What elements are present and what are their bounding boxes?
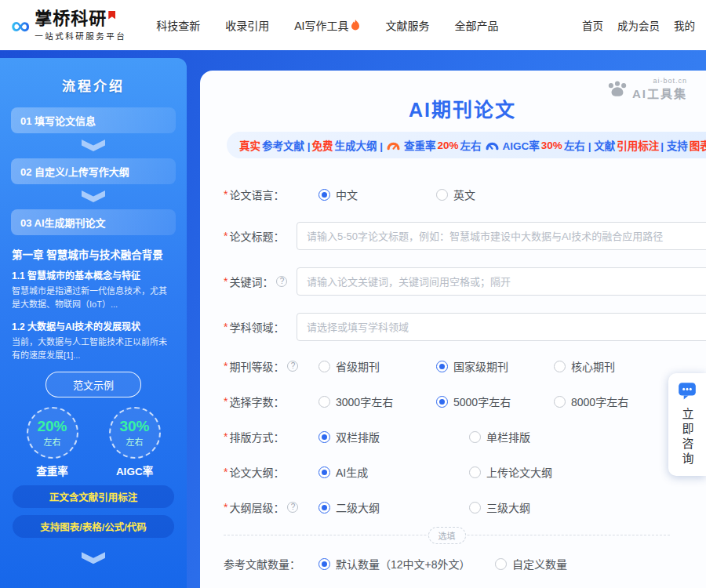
radio-level-2[interactable]: 二级大纲 [318,499,469,515]
feature-strip: 真实参考文献 | 免费生成大纲 | 查重率20%左右 AIGC率30% 左右 |… [227,132,706,158]
infinity-logo-icon: ∞ [11,13,30,37]
radio-national[interactable]: 国家级期刊 [436,358,554,374]
nav-item-all-products[interactable]: 全部产品 [454,17,498,33]
logo-tagline: 一站式科研服务平台 [35,30,126,42]
main-nav: 科技查新 收录引用 AI写作工具 文献服务 全部产品 [156,17,498,33]
form-row-reference-count: 参考文献数量： 默认数量（12中文+8外文） 自定义数量 [224,556,706,572]
radio-icon [554,361,566,372]
nav-item-literature[interactable]: 文献服务 [385,17,429,33]
user-nav: 首页 成为会员 我的 [582,17,695,33]
radio-english[interactable]: 英文 [436,187,554,202]
form-row-language: * 论文语言： 中文 英文 [224,187,706,202]
field-label-layout: * 排版方式： [224,429,297,445]
radio-chinese[interactable]: 中文 [318,187,436,202]
nav-item-home[interactable]: 首页 [582,17,603,33]
process-sidebar: 流程介绍 01 填写论文信息 02 自定义/上传写作大纲 03 AI生成期刊论文… [0,58,187,588]
sample-paper-button[interactable]: 范文示例 [45,372,141,397]
step-3-generate[interactable]: 03 AI生成期刊论文 [11,209,176,235]
radio-icon [318,396,330,408]
aigc-rate-badge: 30% 左右 AIGC率 [109,407,161,478]
page-body: 流程介绍 01 填写论文信息 02 自定义/上传写作大纲 03 AI生成期刊论文… [0,50,706,588]
step-2-outline[interactable]: 02 自定义/上传写作大纲 [11,158,176,184]
radio-one-column[interactable]: 单栏排版 [469,429,620,445]
radio-custom-count[interactable]: 自定义数量 [495,556,567,572]
watermark: ai-bot.cn AI工具集 [607,77,687,101]
radio-icon [436,189,448,201]
optional-divider: 选填 [224,535,670,535]
field-label-word-count: * 选择字数： [224,394,297,409]
form-row-title: * 论文标题： [224,222,706,250]
radio-3000-words[interactable]: 3000字左右 [318,394,436,409]
consult-label: 立即咨询 [679,408,696,467]
form-row-layout: * 排版方式： 双栏排版 单栏排版 [224,429,706,445]
radio-provincial[interactable]: 省级期刊 [318,358,436,374]
nav-item-citation[interactable]: 收录引用 [225,17,269,33]
field-label-reference-count: 参考文献数量： [224,556,297,572]
radio-icon [318,558,330,570]
paper-title-input[interactable] [297,222,706,250]
radio-upload-outline[interactable]: 上传论文大纲 [469,464,620,480]
radio-ai-generate[interactable]: AI生成 [318,464,469,480]
watermark-logo-icon [607,81,628,98]
radio-icon [495,558,507,570]
badge-circle: 20% 左右 [27,407,78,459]
radio-icon [436,396,448,408]
radio-level-3[interactable]: 三级大纲 [469,499,620,515]
nav-item-mine[interactable]: 我的 [674,17,695,33]
down-arrow-icon [82,552,105,564]
chat-bubble-icon [677,380,697,401]
radio-5000-words[interactable]: 5000字左右 [436,394,554,409]
nav-item-ai-writing[interactable]: AI写作工具 [294,17,360,33]
form-row-keywords: * 关键词： ? [224,267,706,296]
radio-icon [318,466,330,478]
radio-icon [469,502,481,514]
logo[interactable]: ∞ 掌桥科研 一站式科研服务平台 [11,9,126,42]
radio-core[interactable]: 核心期刊 [554,358,671,374]
sample-section-2-text: 当前，大数据与人工智能技术正以前所未有的速度发展[1]... [12,336,175,362]
form-row-word-count: * 选择字数： 3000字左右 5000字左右 8000字左右 [224,394,706,409]
down-arrow-icon [82,140,105,151]
nav-item-membership[interactable]: 成为会员 [617,17,660,33]
form-row-subject: * 学科领域： [224,313,706,341]
top-nav: ∞ 掌桥科研 一站式科研服务平台 科技查新 收录引用 AI写作工具 文献服务 全… [0,0,706,50]
paper-form: * 论文语言： 中文 英文 * 论文标题： * [224,187,706,588]
form-row-outline-level: * 大纲层级： ? 二级大纲 三级大纲 [224,499,706,515]
radio-icon [318,361,330,372]
radio-icon [318,502,330,514]
radio-8000-words[interactable]: 8000字左右 [554,394,671,409]
feature-tag-charts: 支持图表/表格/公式/代码 [13,515,174,538]
radio-icon [469,431,481,443]
field-label-outline: * 论文大纲： [224,464,297,480]
badge-circle: 30% 左右 [109,407,161,459]
watermark-name: AI工具集 [632,85,687,101]
nav-item-novelty-check[interactable]: 科技查新 [156,17,200,33]
field-label-outline-level: * 大纲层级： ? [224,499,297,515]
radio-default-count[interactable]: 默认数量（12中文+8外文） [318,556,495,572]
main-card: ai-bot.cn AI工具集 AI期刊论文 真实参考文献 | 免费生成大纲 |… [200,71,706,588]
help-icon[interactable]: ? [276,276,287,287]
field-label-subject: * 学科领域： [224,319,297,335]
step-1-fill-info[interactable]: 01 填写论文信息 [11,107,176,133]
sample-section-1-title: 1.1 智慧城市的基本概念与特征 [12,268,175,281]
duplicate-rate-badge: 20% 左右 查重率 [27,407,78,478]
sidebar-title: 流程介绍 [0,75,187,95]
form-row-journal-level: * 期刊等级： ? 省级期刊 国家级期刊 核心期刊 [224,358,706,374]
flame-icon [351,20,360,31]
radio-icon [436,361,448,372]
radio-icon [554,396,566,408]
subject-input[interactable] [297,313,706,341]
feature-tag-citations: 正文含文献引用标注 [13,485,174,508]
keywords-input[interactable] [297,267,706,296]
field-label-language: * 论文语言： [224,187,297,202]
radio-icon [318,431,330,443]
consult-widget[interactable]: 立即咨询 [668,373,706,476]
gauge-icon-orange [387,140,400,151]
sample-section-2-title: 1.2 大数据与AI技术的发展现状 [12,319,175,332]
rate-badges: 20% 左右 查重率 30% 左右 AIGC率 [0,407,187,478]
watermark-site: ai-bot.cn [632,77,687,85]
field-label-keywords: * 关键词： ? [224,274,297,289]
logo-name: 掌桥科研 [35,9,107,28]
sample-section-1-text: 智慧城市是指通过新一代信息技术，尤其是大数据、物联网（IoT）... [12,285,175,311]
gauge-icon-blue [486,140,499,151]
radio-two-column[interactable]: 双栏排版 [318,429,469,445]
